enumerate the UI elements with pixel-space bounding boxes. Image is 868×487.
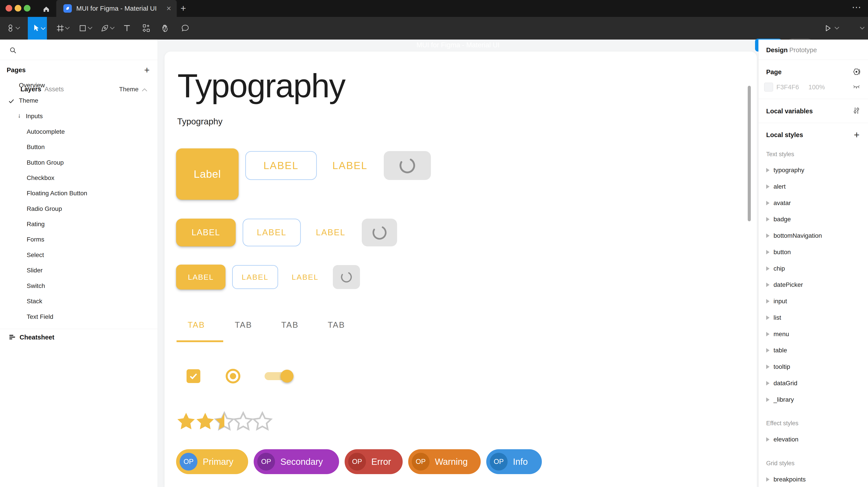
style-row-button[interactable]: button xyxy=(774,249,791,256)
page-fill-swatch[interactable] xyxy=(764,83,773,92)
expand-triangle-icon[interactable] xyxy=(766,201,770,205)
expand-triangle-icon[interactable] xyxy=(766,316,770,320)
tab-item-4[interactable]: TAB xyxy=(328,320,345,330)
star-half-icon[interactable] xyxy=(214,411,235,432)
window-menu-icon[interactable]: ⋯ xyxy=(852,2,862,13)
loading-button-small[interactable] xyxy=(333,265,360,289)
sidebar-page-stack[interactable]: Stack xyxy=(27,298,42,305)
zoom-chevron-icon[interactable] xyxy=(860,17,865,39)
window-close-button[interactable] xyxy=(5,5,12,11)
pen-tool-chevron-icon[interactable] xyxy=(110,17,115,39)
sidebar-page-theme[interactable]: Theme xyxy=(19,97,38,104)
expand-triangle-icon[interactable] xyxy=(766,381,770,386)
tab-item-3[interactable]: TAB xyxy=(281,320,299,330)
tab-item-1-active[interactable]: TAB xyxy=(188,320,205,330)
text-button-medium[interactable]: LABEL xyxy=(315,219,347,247)
outlined-button-large[interactable]: LABEL xyxy=(245,151,317,180)
canvas-heading[interactable]: Typography xyxy=(178,68,345,103)
main-menu-figma-icon[interactable] xyxy=(5,17,16,39)
expand-triangle-icon[interactable] xyxy=(766,233,770,238)
pen-tool-icon[interactable] xyxy=(100,17,110,39)
styles-icon[interactable] xyxy=(852,67,861,76)
expand-triangle-icon[interactable] xyxy=(766,250,770,254)
sidebar-page-select[interactable]: Select xyxy=(27,252,44,259)
add-page-button[interactable]: + xyxy=(144,65,150,75)
chip-error[interactable]: OP Error xyxy=(345,449,403,474)
contained-button-large[interactable]: Label xyxy=(176,149,239,200)
sidebar-page-inputs[interactable]: Inputs xyxy=(26,112,43,120)
variables-sliders-icon[interactable] xyxy=(852,106,861,115)
sidebar-page-overview[interactable]: Overview xyxy=(19,82,45,89)
page-fill-hex[interactable]: F3F4F6 xyxy=(776,84,799,91)
contained-button-medium[interactable]: LABEL xyxy=(176,219,236,247)
tab-assets[interactable]: Assets xyxy=(44,86,64,93)
chip-warning[interactable]: OP Warning xyxy=(408,449,481,474)
visibility-off-eye-icon[interactable] xyxy=(852,82,861,91)
new-tab-button[interactable]: + xyxy=(181,3,186,14)
sidebar-page-text-field[interactable]: Text Field xyxy=(27,313,53,320)
text-button-large[interactable]: LABEL xyxy=(332,151,368,180)
present-play-icon[interactable] xyxy=(823,17,833,39)
style-row-input[interactable]: input xyxy=(774,298,787,305)
page-selector-chevron-up-icon[interactable] xyxy=(142,88,147,92)
style-row-table[interactable]: table xyxy=(774,347,787,354)
main-menu-chevron-icon[interactable] xyxy=(15,17,21,39)
sidebar-page-slider[interactable]: Slider xyxy=(27,267,43,274)
canvas-frame[interactable]: Typography Typography Label LABEL LABEL … xyxy=(164,52,757,487)
star-empty-icon[interactable] xyxy=(233,411,253,432)
document-tab[interactable]: MUI for Figma - Material UI ✕ xyxy=(56,0,177,17)
sidebar-page-button-group[interactable]: Button Group xyxy=(27,159,64,166)
sidebar-page-switch[interactable]: Switch xyxy=(27,282,45,290)
sidebar-page-button[interactable]: Button xyxy=(27,143,45,151)
style-row-breakpoints[interactable]: breakpoints xyxy=(774,476,806,483)
window-minimize-button[interactable] xyxy=(15,5,21,11)
search-icon[interactable] xyxy=(9,46,17,55)
loading-button-medium[interactable] xyxy=(362,219,397,247)
style-row-menu[interactable]: menu xyxy=(774,331,789,338)
sidebar-page-radio-group[interactable]: Radio Group xyxy=(27,205,62,213)
style-row-list[interactable]: list xyxy=(774,314,781,321)
sidebar-item-cheatsheet[interactable]: Cheatsheet xyxy=(20,334,54,341)
expand-triangle-icon[interactable] xyxy=(766,397,770,402)
present-chevron-icon[interactable] xyxy=(834,17,840,39)
style-row-dataGrid[interactable]: dataGrid xyxy=(774,380,797,387)
expand-triangle-icon[interactable] xyxy=(766,185,770,189)
add-style-button[interactable]: + xyxy=(854,129,860,140)
shape-tool-chevron-icon[interactable] xyxy=(88,17,92,39)
style-row-avatar[interactable]: avatar xyxy=(774,199,791,206)
style-row-typography[interactable]: typography xyxy=(774,167,804,174)
sidebar-page-autocomplete[interactable]: Autocomplete xyxy=(27,128,65,135)
style-row-library[interactable]: _library xyxy=(774,396,794,403)
contained-button-small[interactable]: LABEL xyxy=(176,265,225,290)
chip-primary[interactable]: OP Primary xyxy=(176,449,248,474)
text-tool-icon[interactable] xyxy=(122,17,132,39)
expand-triangle-icon[interactable] xyxy=(766,217,770,222)
tab-design[interactable]: Design xyxy=(766,46,788,54)
style-row-tooltip[interactable]: tooltip xyxy=(774,363,790,370)
resources-tool-icon[interactable] xyxy=(141,17,152,39)
expand-triangle-icon[interactable] xyxy=(766,168,770,172)
outlined-button-medium[interactable]: LABEL xyxy=(243,219,301,247)
outlined-button-small[interactable]: LABEL xyxy=(232,265,278,289)
star-empty-icon[interactable] xyxy=(252,411,273,432)
window-zoom-button[interactable] xyxy=(24,5,30,11)
style-row-chip[interactable]: chip xyxy=(774,265,785,272)
expand-triangle-icon[interactable] xyxy=(766,299,770,303)
sidebar-page-rating[interactable]: Rating xyxy=(27,221,45,228)
style-row-badge[interactable]: badge xyxy=(774,216,791,223)
style-row-bottomNavigation[interactable]: bottomNavigation xyxy=(774,232,822,239)
canvas-subheading[interactable]: Typography xyxy=(177,117,222,127)
move-tool-selected[interactable] xyxy=(28,17,47,39)
canvas-scrollbar[interactable] xyxy=(748,86,751,221)
chip-secondary[interactable]: OP Secondary xyxy=(254,449,339,474)
loading-button-large[interactable] xyxy=(384,151,431,180)
expand-triangle-icon[interactable] xyxy=(766,365,770,369)
text-button-small[interactable]: LABEL xyxy=(290,265,320,289)
star-filled-icon[interactable] xyxy=(176,411,196,432)
expand-triangle-icon[interactable] xyxy=(766,332,770,336)
page-selector-label[interactable]: Theme xyxy=(119,86,138,93)
chip-info[interactable]: OP Info xyxy=(486,449,542,474)
expand-triangle-icon[interactable] xyxy=(766,477,770,482)
tab-close-icon[interactable]: ✕ xyxy=(166,5,172,12)
expand-triangle-icon[interactable] xyxy=(766,348,770,353)
